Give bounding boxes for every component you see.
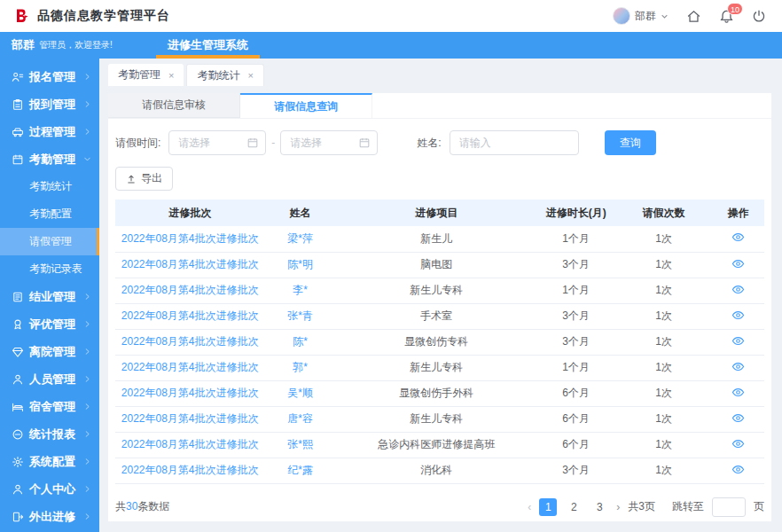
notification-badge: 10	[727, 3, 743, 15]
chevron-right-icon	[83, 73, 91, 81]
sidebar-item[interactable]: 报到管理	[0, 90, 99, 118]
user-menu[interactable]: 部群	[613, 7, 669, 25]
leave-count-cell: 1次	[615, 278, 713, 303]
name-link[interactable]: 李*	[264, 278, 336, 303]
project-cell: 手术室	[336, 303, 537, 329]
sidebar-item[interactable]: 离院管理	[0, 338, 99, 365]
batch-link[interactable]: 2022年08月第4批次进修批次	[115, 432, 264, 458]
view-eye-icon[interactable]	[731, 437, 745, 450]
name-link[interactable]: 郭*	[264, 355, 336, 380]
name-link[interactable]: 吴*顺	[264, 380, 336, 406]
bell-icon[interactable]: 10	[719, 9, 734, 24]
view-eye-icon[interactable]	[731, 360, 745, 373]
project-cell: 新生儿专科	[336, 355, 537, 380]
search-button[interactable]: 查询	[605, 130, 656, 155]
sidebar-item[interactable]: 过程管理	[0, 118, 99, 145]
page-tab[interactable]: 考勤统计×	[186, 64, 263, 86]
sidebar-subitem[interactable]: 考勤统计	[0, 173, 99, 200]
sidebar-item[interactable]: 考勤管理	[0, 145, 99, 173]
clipboard-icon	[12, 98, 24, 111]
sidebar-item[interactable]: 统计报表	[0, 420, 99, 448]
sidebar-subitem[interactable]: 请假管理	[0, 228, 99, 255]
page-number[interactable]: 1	[539, 498, 557, 516]
leave-count-cell: 1次	[615, 432, 713, 458]
view-eye-icon[interactable]	[731, 257, 745, 270]
name-link[interactable]: 陈*明	[264, 252, 336, 278]
next-page-arrow[interactable]: ›	[616, 501, 620, 513]
prev-page-arrow[interactable]: ‹	[528, 501, 531, 513]
sidebar-item[interactable]: 评优管理	[0, 310, 99, 338]
batch-link[interactable]: 2022年08月第4批次进修批次	[115, 380, 264, 406]
table-row: 2022年08月第4批次进修批次李*新生儿专科1个月1次	[115, 278, 764, 303]
user-list-icon	[12, 71, 24, 83]
sidebar-item-label: 离院管理	[29, 344, 83, 360]
view-eye-icon[interactable]	[731, 231, 745, 244]
sidebar-item[interactable]: 宿舍管理	[0, 393, 99, 420]
name-link[interactable]: 纪*露	[264, 458, 336, 483]
close-icon[interactable]: ×	[247, 70, 253, 81]
batch-link[interactable]: 2022年08月第4批次进修批次	[115, 355, 264, 380]
pages-total-text: 共3页	[628, 499, 655, 514]
name-input[interactable]	[450, 130, 579, 155]
chevron-right-icon	[83, 403, 91, 411]
batch-link[interactable]: 2022年08月第4批次进修批次	[115, 226, 264, 252]
date-separator: -	[271, 137, 275, 149]
batch-link[interactable]: 2022年08月第4批次进修批次	[115, 329, 264, 355]
name-link[interactable]: 陈*	[264, 329, 336, 355]
table-footer: 共30条数据 ‹ 123 › 共3页 跳转至 页	[108, 484, 771, 522]
batch-link[interactable]: 2022年08月第4批次进修批次	[115, 303, 264, 329]
view-eye-icon[interactable]	[731, 411, 745, 425]
batch-link[interactable]: 2022年08月第4批次进修批次	[115, 278, 264, 303]
welcome-user-name: 部群	[12, 37, 35, 53]
jump-page-input[interactable]	[712, 497, 746, 517]
sidebar-subitem[interactable]: 考勤配置	[0, 200, 99, 228]
leave-count-cell: 1次	[615, 355, 713, 380]
pagination: ‹ 123 › 共3页 跳转至 页	[528, 496, 764, 517]
page-number[interactable]: 2	[565, 498, 583, 516]
batch-link[interactable]: 2022年08月第4批次进修批次	[115, 406, 264, 432]
table-row: 2022年08月第4批次进修批次张*青手术室3个月1次	[115, 303, 764, 329]
date-end-placeholder: 请选择	[290, 136, 322, 151]
name-link[interactable]: 唐*容	[264, 406, 336, 432]
sidebar-subitem[interactable]: 考勤记录表	[0, 255, 99, 283]
user-name: 部群	[635, 9, 656, 24]
sidebar-item[interactable]: 外出进修	[0, 503, 99, 530]
name-link[interactable]: 张*熙	[264, 432, 336, 458]
sidebar-item[interactable]: 系统配置	[0, 448, 99, 475]
view-eye-icon[interactable]	[731, 334, 745, 348]
name-link[interactable]: 梁*萍	[264, 226, 336, 252]
leave-count-cell: 1次	[615, 226, 713, 252]
total-count: 30	[126, 500, 137, 512]
chevron-down-icon	[83, 155, 91, 163]
chart-icon	[12, 428, 24, 441]
duration-cell: 6个月	[537, 380, 615, 406]
content-panel: 请假信息审核请假信息查询 请假时间: 请选择 - 请选择	[108, 93, 771, 521]
welcome-bar: 部群 管理员，欢迎登录! 进修生管理系统	[0, 32, 782, 59]
duration-cell: 3个月	[537, 252, 615, 278]
batch-link[interactable]: 2022年08月第4批次进修批次	[115, 458, 264, 483]
sidebar-item[interactable]: 报名管理	[0, 63, 99, 90]
date-end-picker[interactable]: 请选择	[280, 130, 378, 155]
page-tab[interactable]: 考勤管理×	[108, 64, 184, 86]
sub-tab[interactable]: 请假信息审核	[108, 93, 240, 118]
sidebar-item[interactable]: 人员管理	[0, 365, 99, 393]
view-eye-icon[interactable]	[731, 386, 745, 399]
chevron-right-icon	[83, 375, 91, 383]
view-eye-icon[interactable]	[731, 309, 745, 322]
sidebar-item-label: 系统配置	[29, 454, 83, 470]
close-icon[interactable]: ×	[168, 70, 174, 81]
power-icon[interactable]	[752, 9, 766, 23]
name-link[interactable]: 张*青	[264, 303, 336, 329]
system-tab[interactable]: 进修生管理系统	[156, 32, 260, 59]
sidebar-item[interactable]: 结业管理	[0, 283, 99, 310]
view-eye-icon[interactable]	[731, 463, 745, 476]
page-tabstrip: 考勤管理×考勤统计×	[108, 64, 771, 86]
date-start-picker[interactable]: 请选择	[168, 130, 266, 155]
export-button[interactable]: 导出	[115, 167, 173, 191]
home-icon[interactable]	[686, 9, 701, 24]
sidebar-item[interactable]: 个人中心	[0, 475, 99, 503]
batch-link[interactable]: 2022年08月第4批次进修批次	[115, 252, 264, 278]
sub-tab[interactable]: 请假信息查询	[240, 93, 372, 118]
view-eye-icon[interactable]	[731, 283, 745, 296]
page-number[interactable]: 3	[590, 498, 608, 516]
